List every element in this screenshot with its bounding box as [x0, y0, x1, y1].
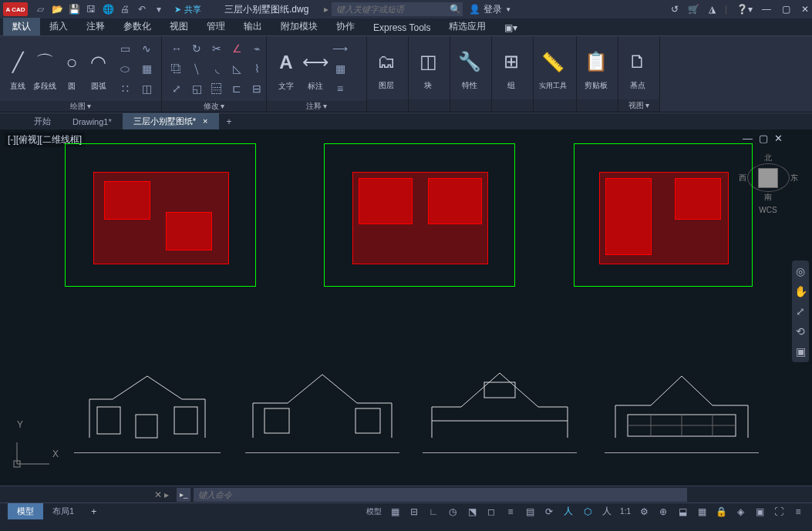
ellipse-icon[interactable]: ⬭	[115, 59, 135, 78]
mirror-icon[interactable]: ⧹	[187, 59, 207, 78]
anno-scale-icon[interactable]: 人	[598, 504, 616, 519]
layer-button[interactable]: 🗂图层	[372, 40, 401, 96]
line-button[interactable]: ╱直线	[5, 41, 32, 96]
doc-tab-drawing1[interactable]: Drawing1*	[62, 115, 123, 129]
polar-icon[interactable]: ◷	[443, 504, 462, 519]
trim-icon[interactable]: ✂	[207, 39, 227, 58]
add-layout-icon[interactable]: +	[83, 504, 104, 519]
minimize-icon[interactable]: —	[762, 4, 771, 15]
steering-icon[interactable]: ◎	[792, 265, 809, 277]
workspace-icon[interactable]: ⚙	[635, 504, 653, 519]
isodraft-icon[interactable]: ⬔	[463, 504, 481, 519]
ribbon-tab-default[interactable]: 默认	[3, 18, 40, 35]
saveas-icon[interactable]: 🖫	[83, 2, 99, 17]
group-button[interactable]: ⊞组	[497, 40, 526, 96]
undo-icon[interactable]: ↶	[134, 2, 150, 17]
plot-icon[interactable]: 🖨	[117, 2, 133, 17]
table-icon[interactable]: ▦	[330, 59, 350, 78]
erase-icon[interactable]: ∠	[227, 39, 247, 58]
text-button[interactable]: A文字	[271, 41, 301, 96]
status-model[interactable]: 模型	[363, 506, 385, 517]
blend-icon[interactable]: ⌇	[247, 59, 267, 78]
spline-icon[interactable]: ∿	[136, 39, 157, 58]
save-icon[interactable]: 💾	[66, 2, 82, 17]
clean-icon[interactable]: ⛶	[770, 504, 788, 519]
layout-tab-layout1[interactable]: 布局1	[43, 503, 83, 519]
ribbon-tab-express[interactable]: Express Tools	[364, 20, 440, 35]
tools-button[interactable]: 📏实用工具	[538, 40, 568, 96]
ucs-icon[interactable]: Y X	[11, 439, 57, 470]
scale-icon[interactable]: ◱	[187, 79, 207, 98]
ribbon-tab-overflow-icon[interactable]: ▣▾	[495, 20, 527, 35]
move-icon[interactable]: ↔	[167, 39, 187, 58]
lock-ui-icon[interactable]: 🔒	[712, 504, 730, 519]
panel-label[interactable]: 绘图 ▾	[0, 101, 161, 112]
vp-max-icon[interactable]: ▢	[759, 133, 768, 144]
close-icon[interactable]: ✕	[801, 4, 809, 15]
explode-icon[interactable]: ⌁	[247, 39, 267, 58]
region-icon[interactable]: ◫	[136, 79, 157, 98]
layout-tab-model[interactable]: 模型	[8, 503, 43, 519]
hatch-icon[interactable]: ▦	[136, 59, 157, 78]
orbit-icon[interactable]: ⟲	[792, 325, 809, 338]
viewcube-face[interactable]	[758, 168, 778, 188]
new-icon[interactable]: ▱	[32, 2, 48, 17]
open-icon[interactable]: 📂	[49, 2, 65, 17]
polyline-button[interactable]: ⌒多段线	[32, 41, 59, 96]
ribbon-tab-parametric[interactable]: 参数化	[114, 18, 160, 35]
chamfer-icon[interactable]: ◺	[227, 59, 247, 78]
osnap-icon[interactable]: ◻	[482, 504, 500, 519]
clipboard-button[interactable]: 📋剪贴板	[581, 40, 611, 96]
doc-tab-start[interactable]: 开始	[23, 113, 62, 129]
point-icon[interactable]: ∷	[115, 79, 135, 98]
viewcube-ring[interactable]: 西 东	[747, 163, 790, 192]
stretch-icon[interactable]: ⤢	[167, 79, 187, 98]
lineweight-icon[interactable]: ≡	[501, 504, 520, 519]
showmotion-icon[interactable]: ▣	[792, 345, 809, 358]
pan-icon[interactable]: ✋	[792, 285, 809, 297]
cmd-prompt-icon[interactable]: ▸_	[177, 488, 190, 502]
units-icon[interactable]: ⬓	[673, 504, 692, 519]
leader-icon[interactable]: ⟶	[330, 39, 350, 58]
copy-icon[interactable]: ⿻	[167, 59, 187, 78]
status-scale[interactable]: 1:1	[617, 507, 634, 516]
isolate-icon[interactable]: ◈	[731, 504, 750, 519]
rotate-icon[interactable]: ↻	[187, 39, 207, 58]
snap-icon[interactable]: ⊟	[405, 504, 423, 519]
ribbon-tab-addins[interactable]: 附加模块	[271, 18, 327, 35]
3dosnap-icon[interactable]: 人	[559, 504, 578, 519]
quick-props-icon[interactable]: ▦	[692, 504, 711, 519]
transparency-icon[interactable]: ▤	[521, 504, 539, 519]
login-button[interactable]: 👤 登录 ▼	[469, 3, 511, 16]
ribbon-tab-insert[interactable]: 插入	[40, 18, 77, 35]
mtext-icon[interactable]: ≡	[330, 79, 350, 98]
customize-icon[interactable]: ≡	[789, 504, 807, 519]
block-button[interactable]: ◫块	[413, 40, 443, 96]
zoom-icon[interactable]: ⤢	[792, 305, 809, 318]
circle-button[interactable]: ○圆	[59, 41, 86, 96]
autodesk-icon[interactable]: ◮	[709, 4, 716, 15]
ribbon-tab-annotate[interactable]: 注释	[77, 18, 114, 35]
add-tab-icon[interactable]: +	[219, 114, 240, 129]
hardware-icon[interactable]: ▣	[750, 504, 769, 519]
rect-icon[interactable]: ▭	[115, 39, 135, 58]
close-tab-icon[interactable]: ×	[203, 116, 207, 126]
ribbon-tab-manage[interactable]: 管理	[197, 18, 234, 35]
history-icon[interactable]: ↺	[671, 4, 679, 15]
web-icon[interactable]: 🌐	[100, 2, 116, 17]
align-icon[interactable]: ⊟	[247, 79, 267, 98]
search-input[interactable]	[332, 2, 447, 16]
doc-tab-active[interactable]: 三层小别墅图纸* ×	[123, 113, 219, 129]
share-button[interactable]: ➤ 共享	[174, 4, 201, 15]
vp-min-icon[interactable]: —	[743, 133, 753, 144]
array-icon[interactable]: ⿳	[207, 79, 227, 98]
vp-close-icon[interactable]: ✕	[774, 133, 783, 144]
fillet-icon[interactable]: ◟	[207, 59, 227, 78]
arc-button[interactable]: ◠圆弧	[85, 41, 112, 96]
cmd-recent-icon[interactable]: ✕ ▸	[154, 489, 169, 500]
props-button[interactable]: 🔧特性	[455, 40, 484, 96]
grid-icon[interactable]: ▦	[386, 504, 404, 519]
ribbon-tab-view[interactable]: 视图	[160, 18, 197, 35]
ribbon-tab-featured[interactable]: 精选应用	[440, 18, 495, 35]
command-input[interactable]	[194, 488, 687, 502]
